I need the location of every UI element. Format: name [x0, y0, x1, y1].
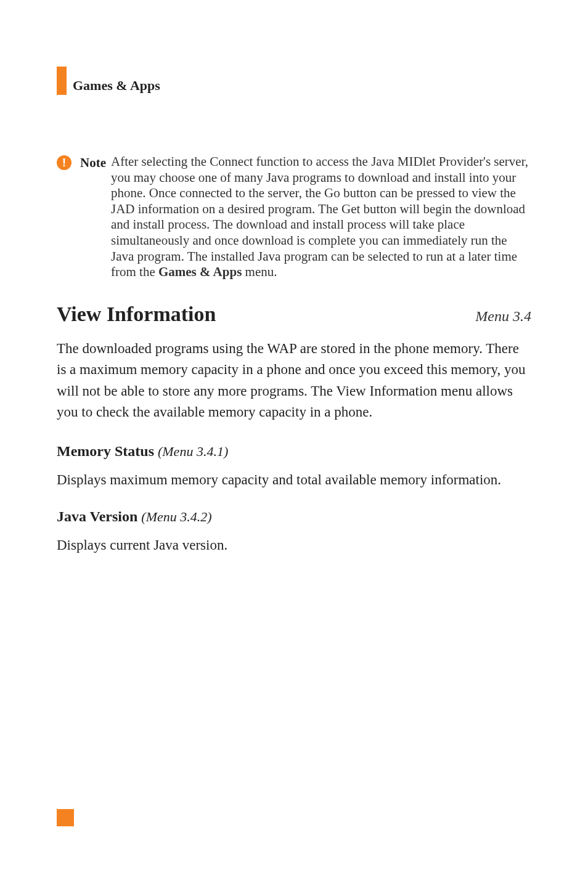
subsection-2-header: Java Version (Menu 3.4.2) [57, 508, 531, 525]
subsection-2-menu: (Menu 3.4.2) [141, 509, 211, 524]
header-title: Games & Apps [73, 78, 160, 95]
subsection-1-menu: (Menu 3.4.1) [158, 444, 228, 459]
note-label: Note [80, 154, 106, 171]
section-header-row: View Information Menu 3.4 [57, 303, 531, 326]
section-body: The downloaded programs using the WAP ar… [57, 338, 531, 423]
note-text-prefix: After selecting the Connect function to … [111, 154, 528, 279]
subsection-2-title: Java Version [57, 508, 137, 524]
subsection-1-header: Memory Status (Menu 3.4.1) [57, 443, 531, 460]
section-title: View Information [57, 303, 216, 326]
subsection-1-title: Memory Status [57, 443, 154, 459]
note-block: ! Note After selecting the Connect funct… [57, 154, 531, 280]
note-body: After selecting the Connect function to … [111, 154, 531, 280]
subsection-1-body: Displays maximum memory capacity and tot… [57, 470, 531, 490]
footer-page-marker [57, 809, 74, 826]
subsection-2-body: Displays current Java version. [57, 535, 531, 555]
header-accent-bar [57, 67, 67, 95]
page-header: Games & Apps [57, 67, 531, 95]
section-menu-ref: Menu 3.4 [475, 308, 531, 325]
exclamation-icon: ! [57, 155, 71, 170]
note-text-suffix: menu. [242, 264, 277, 279]
note-bold-text: Games & Apps [158, 264, 242, 279]
